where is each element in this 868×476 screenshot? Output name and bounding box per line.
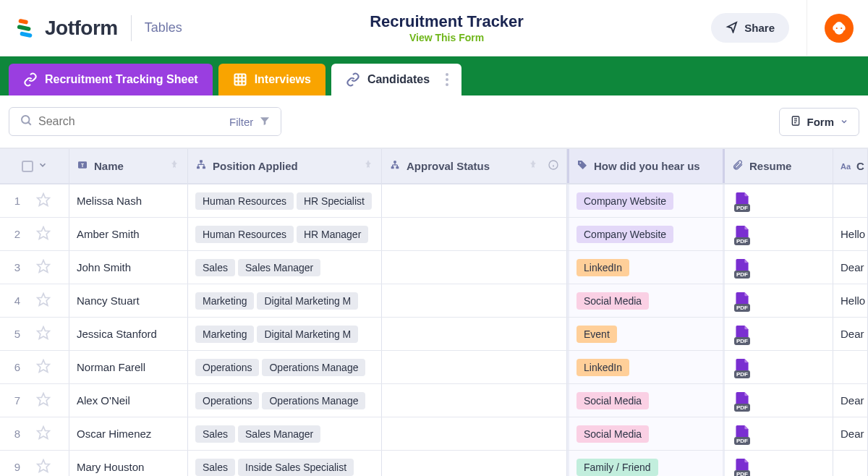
- search-input[interactable]: [38, 115, 209, 128]
- table-row[interactable]: 1Melissa NashHuman ResourcesHR Specialis…: [0, 184, 868, 218]
- star-icon[interactable]: [36, 292, 51, 309]
- position-cell[interactable]: OperationsOperations Manage: [188, 351, 382, 383]
- header-position[interactable]: Position Applied: [188, 149, 382, 183]
- tab-candidates[interactable]: Candidates: [331, 64, 461, 95]
- name-cell[interactable]: Oscar Himenez: [69, 417, 188, 450]
- table-row[interactable]: 7Alex O'NeilOperationsOperations ManageS…: [0, 384, 868, 417]
- hear-cell[interactable]: LinkedIn: [567, 251, 725, 284]
- star-icon[interactable]: [36, 326, 51, 342]
- tab-recruitment-tracking[interactable]: Recruitment Tracking Sheet: [9, 64, 213, 95]
- approval-cell[interactable]: [382, 318, 567, 350]
- cover-cell[interactable]: Dear: [833, 251, 868, 284]
- name-cell[interactable]: Mary Houston: [69, 451, 188, 476]
- pdf-file-icon[interactable]: PDF: [732, 290, 752, 312]
- position-cell[interactable]: MarketingDigital Marketing M: [188, 284, 382, 317]
- name-cell[interactable]: Alex O'Neil: [69, 384, 188, 417]
- star-icon[interactable]: [36, 392, 51, 409]
- header-cover[interactable]: Aa C: [833, 149, 868, 183]
- resume-cell[interactable]: PDF: [725, 284, 833, 317]
- table-row[interactable]: 6Norman FarellOperationsOperations Manag…: [0, 351, 868, 384]
- name-cell[interactable]: Melissa Nash: [69, 184, 188, 217]
- resume-cell[interactable]: PDF: [725, 417, 833, 450]
- header-approval[interactable]: Approval Status: [382, 149, 567, 183]
- form-view-button[interactable]: Form: [779, 108, 860, 136]
- resume-cell[interactable]: PDF: [725, 184, 833, 217]
- header-hear[interactable]: How did you hear us: [567, 149, 725, 183]
- cover-cell[interactable]: [833, 184, 868, 217]
- hear-cell[interactable]: Social Media: [567, 384, 725, 417]
- share-button[interactable]: Share: [711, 13, 789, 43]
- table-row[interactable]: 8Oscar HimenezSalesSales ManagerSocial M…: [0, 417, 868, 451]
- approval-cell[interactable]: [382, 351, 567, 383]
- brand-logo[interactable]: Jotform: [14, 17, 118, 40]
- position-cell[interactable]: SalesSales Manager: [188, 417, 382, 450]
- hear-cell[interactable]: Company Website: [567, 218, 725, 250]
- table-row[interactable]: 2Amber SmithHuman ResourcesHR ManagerCom…: [0, 218, 868, 251]
- pdf-file-icon[interactable]: PDF: [732, 257, 752, 279]
- resume-cell[interactable]: PDF: [725, 218, 833, 250]
- hear-cell[interactable]: Social Media: [567, 417, 725, 450]
- pdf-file-icon[interactable]: PDF: [732, 390, 752, 412]
- pin-icon[interactable]: [527, 159, 539, 173]
- hear-cell[interactable]: Family / Friend: [567, 451, 725, 476]
- hear-cell[interactable]: Event: [567, 318, 725, 350]
- position-cell[interactable]: SalesInside Sales Specialist: [188, 451, 382, 476]
- cover-cell[interactable]: Dear: [833, 384, 868, 417]
- hear-cell[interactable]: Social Media: [567, 284, 725, 317]
- star-icon[interactable]: [36, 192, 51, 209]
- resume-cell[interactable]: PDF: [725, 351, 833, 383]
- star-icon[interactable]: [36, 259, 51, 276]
- pin-icon[interactable]: [169, 159, 180, 173]
- resume-cell[interactable]: PDF: [725, 384, 833, 417]
- cover-cell[interactable]: [833, 451, 868, 476]
- hear-cell[interactable]: Company Website: [567, 184, 725, 217]
- header-resume[interactable]: Resume: [725, 149, 833, 183]
- pin-icon[interactable]: [362, 159, 374, 173]
- resume-cell[interactable]: PDF: [725, 318, 833, 350]
- header-name[interactable]: T Name: [69, 149, 188, 183]
- star-icon[interactable]: [36, 459, 51, 475]
- position-cell[interactable]: MarketingDigital Marketing M: [188, 318, 382, 350]
- pdf-file-icon[interactable]: PDF: [732, 224, 752, 245]
- approval-cell[interactable]: [382, 184, 567, 217]
- search-box[interactable]: [9, 108, 219, 135]
- section-label[interactable]: Tables: [145, 20, 182, 35]
- cover-cell[interactable]: Dear: [833, 318, 868, 350]
- pdf-file-icon[interactable]: PDF: [732, 190, 752, 212]
- info-icon[interactable]: [548, 159, 559, 173]
- table-row[interactable]: 5Jessica StanfordMarketingDigital Market…: [0, 318, 868, 351]
- cover-cell[interactable]: Dear: [833, 417, 868, 450]
- cover-cell[interactable]: [833, 351, 868, 383]
- resume-cell[interactable]: PDF: [725, 451, 833, 476]
- table-row[interactable]: 4Nancy StuartMarketingDigital Marketing …: [0, 284, 868, 318]
- pdf-file-icon[interactable]: PDF: [732, 456, 752, 477]
- name-cell[interactable]: John Smith: [69, 251, 188, 284]
- pdf-file-icon[interactable]: PDF: [732, 357, 752, 378]
- approval-cell[interactable]: [382, 251, 567, 284]
- chevron-down-icon[interactable]: [38, 160, 48, 172]
- star-icon[interactable]: [36, 425, 51, 442]
- table-row[interactable]: 3John SmithSalesSales ManagerLinkedInPDF…: [0, 251, 868, 284]
- cover-cell[interactable]: Hello: [833, 218, 868, 250]
- table-row[interactable]: 9Mary HoustonSalesInside Sales Specialis…: [0, 451, 868, 476]
- name-cell[interactable]: Nancy Stuart: [69, 284, 188, 317]
- name-cell[interactable]: Jessica Stanford: [69, 318, 188, 350]
- approval-cell[interactable]: [382, 384, 567, 417]
- position-cell[interactable]: OperationsOperations Manage: [188, 384, 382, 417]
- approval-cell[interactable]: [382, 284, 567, 317]
- filter-button[interactable]: Filter: [219, 108, 281, 135]
- approval-cell[interactable]: [382, 451, 567, 476]
- select-all-checkbox[interactable]: [22, 161, 33, 172]
- star-icon[interactable]: [36, 226, 51, 242]
- hear-cell[interactable]: LinkedIn: [567, 351, 725, 383]
- approval-cell[interactable]: [382, 417, 567, 450]
- user-avatar[interactable]: [825, 14, 854, 43]
- position-cell[interactable]: SalesSales Manager: [188, 251, 382, 284]
- approval-cell[interactable]: [382, 218, 567, 250]
- position-cell[interactable]: Human ResourcesHR Manager: [188, 218, 382, 250]
- resume-cell[interactable]: PDF: [725, 251, 833, 284]
- pdf-file-icon[interactable]: PDF: [732, 323, 752, 345]
- name-cell[interactable]: Norman Farell: [69, 351, 188, 383]
- cover-cell[interactable]: Hello: [833, 284, 868, 317]
- name-cell[interactable]: Amber Smith: [69, 218, 188, 250]
